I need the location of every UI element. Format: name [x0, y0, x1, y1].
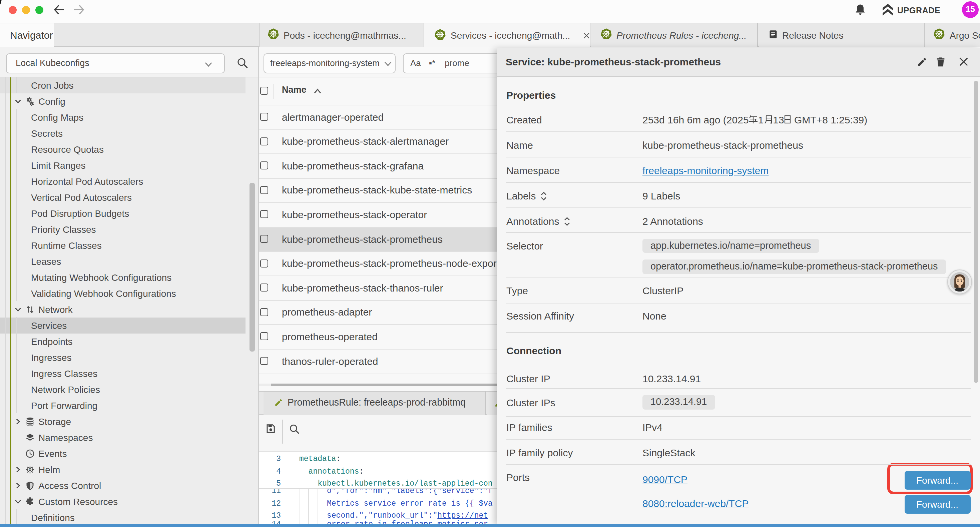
svg-text:H: H — [29, 468, 31, 470]
